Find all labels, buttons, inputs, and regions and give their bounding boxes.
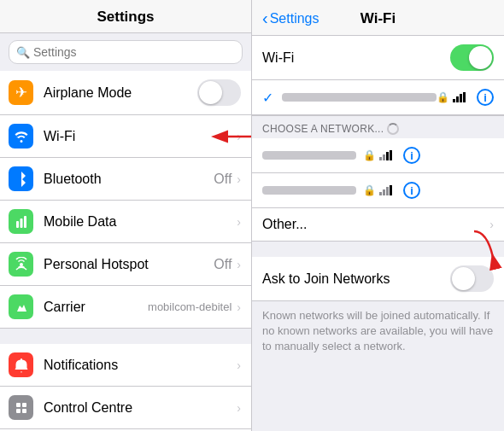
wifi-chevron: ›	[237, 130, 241, 143]
wifi-toggle[interactable]	[450, 44, 494, 71]
hotspot-value: Off	[214, 257, 231, 272]
hotspot-chevron: ›	[237, 258, 241, 271]
network-row-2[interactable]: 🔒 i	[252, 173, 504, 207]
left-title: Settings	[97, 9, 154, 25]
control-centre-chevron: ›	[237, 401, 241, 415]
loading-spinner	[387, 123, 399, 135]
back-label: Settings	[270, 11, 319, 26]
ask-join-description: Known networks will be joined automatica…	[252, 301, 504, 365]
notifications-chevron: ›	[237, 358, 241, 372]
wifi-row[interactable]: Wi-Fi ›	[0, 115, 251, 158]
wifi-toggle-label: Wi-Fi	[262, 50, 450, 66]
svg-rect-21	[379, 192, 382, 195]
network-2-icons: 🔒 i	[363, 182, 420, 199]
network-1-signal-icon	[379, 150, 393, 160]
carrier-chevron: ›	[237, 300, 241, 314]
ask-join-label: Ask to Join Networks	[262, 271, 450, 287]
mobile-data-label: Mobile Data	[44, 214, 237, 230]
back-button[interactable]: ‹ Settings	[262, 9, 319, 28]
other-label: Other...	[262, 217, 489, 232]
checkmark-icon: ✓	[262, 90, 273, 106]
control-centre-row[interactable]: Control Centre ›	[0, 387, 251, 429]
bluetooth-chevron: ›	[237, 172, 241, 186]
connected-network-info-button[interactable]: i	[477, 89, 494, 106]
search-icon: 🔍	[16, 46, 30, 59]
airplane-label: Airplane Mode	[44, 85, 197, 101]
svg-rect-13	[453, 99, 455, 102]
network-1-info-button[interactable]: i	[403, 147, 420, 164]
carrier-label: Carrier	[44, 300, 148, 315]
settings-list: ✈ Airplane Mode Wi-Fi ›	[0, 71, 251, 431]
network-2-lock-icon: 🔒	[363, 184, 376, 196]
network-2-name	[262, 186, 356, 195]
svg-rect-17	[379, 157, 382, 160]
ask-join-toggle[interactable]	[450, 265, 494, 292]
other-network-row[interactable]: Other... ›	[252, 207, 504, 242]
ask-join-row: Ask to Join Networks	[252, 257, 504, 301]
mobile-data-icon	[9, 209, 33, 234]
right-header: ‹ Settings Wi-Fi	[252, 0, 504, 36]
network-2-info-button[interactable]: i	[403, 182, 420, 199]
notifications-label: Notifications	[44, 358, 237, 373]
right-content: Wi-Fi ✓ 🔒 i	[252, 36, 504, 431]
other-chevron: ›	[489, 218, 494, 231]
search-input[interactable]	[33, 45, 235, 59]
choose-network-header: CHOOSE A NETWORK...	[252, 116, 504, 138]
left-header: Settings	[0, 0, 251, 33]
airplane-icon: ✈	[9, 80, 33, 105]
search-bar-wrap: 🔍	[0, 33, 251, 71]
network-row-1[interactable]: 🔒 i	[252, 138, 504, 173]
settings-group-2: Notifications › Control Centre ›	[0, 344, 251, 431]
svg-rect-3	[24, 216, 26, 228]
network-icons: 🔒 i	[437, 89, 494, 106]
hotspot-label: Personal Hotspot	[44, 257, 214, 272]
carrier-value: mobilcom-debitel	[148, 300, 231, 313]
connected-network-row[interactable]: ✓ 🔒 i	[252, 80, 504, 115]
svg-rect-1	[16, 221, 19, 228]
hotspot-icon	[9, 252, 33, 277]
svg-rect-19	[386, 152, 389, 160]
control-centre-label: Control Centre	[44, 400, 237, 416]
back-chevron-icon: ‹	[262, 9, 268, 28]
notifications-icon	[9, 352, 33, 377]
left-panel: Settings 🔍 ✈ Airplane Mode Wi-	[0, 0, 252, 431]
right-title: Wi-Fi	[360, 10, 396, 27]
control-centre-icon	[9, 395, 33, 420]
mobile-data-row[interactable]: Mobile Data ›	[0, 201, 251, 243]
signal-strength-icon	[453, 92, 466, 102]
airplane-mode-row[interactable]: ✈ Airplane Mode	[0, 71, 251, 115]
svg-rect-22	[383, 189, 385, 195]
notifications-row[interactable]: Notifications ›	[0, 344, 251, 387]
wifi-toggle-section: Wi-Fi ✓ 🔒 i	[252, 36, 504, 116]
svg-rect-2	[20, 218, 22, 228]
section-gap-1	[0, 329, 251, 344]
bluetooth-row[interactable]: Bluetooth Off ›	[0, 158, 251, 201]
svg-rect-5	[16, 403, 21, 407]
search-bar[interactable]: 🔍	[9, 40, 243, 64]
lock-icon: 🔒	[437, 91, 449, 103]
connected-network-name	[282, 93, 437, 102]
network-1-name	[262, 151, 356, 160]
bluetooth-value: Off	[214, 172, 231, 187]
svg-rect-14	[456, 96, 459, 102]
wifi-toggle-row: Wi-Fi	[252, 36, 504, 80]
section-gap-right	[252, 242, 504, 257]
bluetooth-icon	[9, 166, 33, 191]
airplane-toggle[interactable]	[197, 79, 241, 106]
svg-rect-6	[22, 403, 26, 407]
network-2-signal-icon	[379, 185, 393, 195]
svg-rect-20	[390, 150, 392, 160]
svg-rect-24	[390, 185, 392, 195]
carrier-row[interactable]: Carrier mobilcom-debitel ›	[0, 286, 251, 329]
wifi-label: Wi-Fi	[44, 129, 231, 144]
right-panel: ‹ Settings Wi-Fi Wi-Fi ✓ 🔒	[252, 0, 504, 431]
svg-rect-15	[460, 94, 462, 102]
network-1-icons: 🔒 i	[363, 147, 420, 164]
carrier-icon	[9, 294, 33, 319]
svg-rect-7	[16, 409, 21, 413]
hotspot-row[interactable]: Personal Hotspot Off ›	[0, 243, 251, 286]
wifi-icon	[9, 124, 33, 149]
network-1-lock-icon: 🔒	[363, 149, 376, 161]
bluetooth-label: Bluetooth	[44, 172, 214, 187]
svg-rect-16	[463, 92, 466, 102]
